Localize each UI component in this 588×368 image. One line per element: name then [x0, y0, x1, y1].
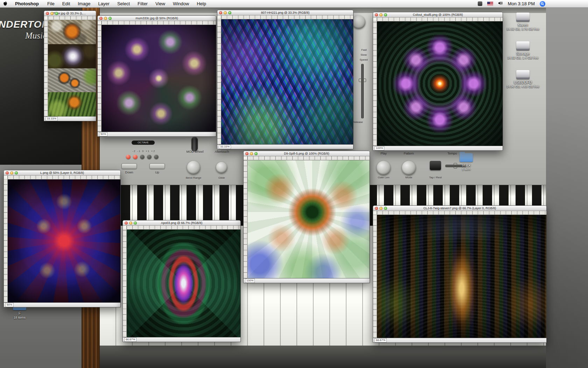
icon-label: Karen: [502, 23, 544, 27]
zoom-button[interactable]: [134, 222, 137, 225]
zoom-field[interactable]: 100%: [245, 279, 255, 283]
photo-butterfly-rocks: [48, 20, 96, 44]
document-window-mum333c[interactable]: mum333c.jpg @ 50% (RGB/8) 50%: [97, 15, 216, 137]
title-bar[interactable]: L.png @ 50% (Layer 0, RGB/8): [4, 170, 120, 176]
document-window-apo03[interactable]: Apo03.png @ 66.7% (RGB/8) 66.67%: [122, 220, 241, 342]
zoom-button[interactable]: [228, 11, 231, 14]
zoom-field[interactable]: 66.67%: [124, 338, 136, 342]
document-window-tiger[interactable]: Tiger.jpg @ 33.3% (Layer 0, RGB/8) 33.33…: [44, 11, 96, 121]
menu-image[interactable]: Image: [74, 0, 94, 8]
wallpaper-octave-button: [140, 155, 145, 159]
zoom-field[interactable]: 50%: [5, 303, 14, 307]
document-window-d9-spill-5[interactable]: D9-Spill-5.png @ 100% (RGB/8) 100%: [243, 151, 370, 283]
zoom-button[interactable]: [108, 17, 112, 20]
zoom-field[interactable]: 66.67%: [374, 338, 387, 342]
hard-drive-icon[interactable]: [516, 41, 530, 50]
close-button[interactable]: [46, 12, 49, 15]
zoom-button[interactable]: [55, 12, 58, 15]
document-window-clj-8-7wig[interactable]: CLJ-8-7wig-steven7.png @ 66.7% (Layer 0,…: [373, 205, 547, 343]
vertical-ruler: [217, 19, 221, 144]
wallpaper-gate-len-knob: [377, 161, 391, 175]
document-canvas[interactable]: [48, 20, 96, 116]
vertical-ruler: [373, 215, 377, 338]
title-bar[interactable]: Apo03.png @ 66.7% (RGB/8): [123, 220, 240, 226]
close-button[interactable]: [375, 13, 378, 16]
document-window-807-hh221[interactable]: 807-HH221.png @ 33.3% (RGB/8) 33.33%: [217, 10, 354, 149]
title-bar[interactable]: CLJ-8-7wig-steven7.png @ 66.7% (Layer 0,…: [373, 206, 546, 211]
document-canvas[interactable]: [221, 19, 353, 144]
menu-view[interactable]: View: [152, 0, 169, 8]
menu-select[interactable]: Select: [113, 0, 134, 8]
minimize-button[interactable]: [50, 12, 54, 15]
menu-extra-icon[interactable]: [478, 1, 482, 6]
document-canvas[interactable]: [377, 21, 503, 146]
horizontal-ruler: [247, 156, 370, 160]
wallpaper-octave-button: [154, 155, 159, 159]
close-button[interactable]: [6, 171, 9, 175]
menu-filter[interactable]: Filter: [134, 0, 152, 8]
menu-layer[interactable]: Layer: [94, 0, 113, 8]
ruler-corner: [44, 16, 48, 20]
spotlight-icon[interactable]: [540, 1, 545, 7]
zoom-field[interactable]: 50%: [99, 132, 107, 136]
zoom-field[interactable]: 100%: [374, 146, 384, 150]
menu-help[interactable]: Help: [193, 0, 210, 8]
app-menu[interactable]: Photoshop: [10, 0, 43, 8]
desktop-icon-karen[interactable]: Karen 14.32 GB, 3.78 GB free: [502, 13, 544, 31]
minimize-button[interactable]: [224, 11, 227, 14]
close-button[interactable]: [99, 17, 103, 20]
document-canvas[interactable]: [102, 25, 216, 132]
minimize-button[interactable]: [379, 13, 383, 16]
ruler-corner: [244, 156, 247, 160]
vertical-ruler: [244, 160, 247, 278]
title-bar[interactable]: Colout_stud5.png @ 100% (RGB/8): [373, 12, 503, 18]
close-button[interactable]: [219, 11, 222, 14]
wallpaper-bend-range-knob: [187, 161, 200, 174]
close-button[interactable]: [375, 207, 378, 210]
icon-label: USB2OFD: [502, 80, 544, 84]
close-button[interactable]: [245, 152, 248, 155]
input-language-flag-icon[interactable]: [487, 2, 493, 6]
apple-menu[interactable]: [0, 1, 10, 7]
minimize-button[interactable]: [379, 207, 383, 210]
wallpaper-speed-label: Speed: [356, 58, 371, 61]
menu-clock[interactable]: Mon 3:18 PM: [508, 1, 535, 6]
minimize-button[interactable]: [129, 222, 132, 225]
desktop-icon-stuck[interactable]: stuck 1 item: [452, 153, 480, 171]
desktop-icon-usb2ofd[interactable]: USB2OFD 14.96 GB, 4.69 GB free: [502, 70, 544, 88]
document-canvas[interactable]: [127, 230, 240, 337]
hard-drive-icon[interactable]: [516, 13, 530, 22]
desktop-icon-storage[interactable]: Storage 14.32 GB, 1.4 GB free: [502, 41, 544, 60]
minimize-button[interactable]: [10, 171, 13, 175]
menu-edit[interactable]: Edit: [58, 0, 74, 8]
menu-file[interactable]: File: [43, 0, 58, 8]
document-window-l-png[interactable]: L.png @ 50% (Layer 0, RGB/8) 50%: [4, 170, 121, 307]
title-bar[interactable]: Tiger.jpg @ 33.3% (Layer 0, RGB/8): [44, 11, 96, 16]
zoom-button[interactable]: [384, 13, 387, 16]
zoom-button[interactable]: [15, 171, 18, 175]
zoom-field[interactable]: 33.33%: [219, 145, 231, 149]
status-bar: 66.67%: [123, 337, 240, 342]
zoom-button[interactable]: [254, 152, 258, 155]
title-bar[interactable]: mum333c.jpg @ 50% (RGB/8): [98, 16, 216, 21]
close-button[interactable]: [125, 222, 128, 225]
zoom-button[interactable]: [384, 207, 387, 210]
title-bar[interactable]: 807-HH221.png @ 33.3% (RGB/8): [217, 10, 353, 15]
window-title: L.png @ 50% (Layer 0, RGB/8): [4, 171, 120, 175]
document-canvas[interactable]: [247, 160, 370, 278]
window-title: 807-HH221.png @ 33.3% (RGB/8): [217, 11, 353, 14]
zoom-field[interactable]: 33.33%: [46, 117, 58, 121]
wallpaper-glide-label: Glide: [216, 176, 227, 179]
hard-drive-icon[interactable]: [516, 70, 530, 79]
minimize-button[interactable]: [250, 152, 253, 155]
menu-window[interactable]: Window: [169, 0, 193, 8]
title-bar[interactable]: D9-Spill-5.png @ 100% (RGB/8): [244, 151, 370, 156]
document-canvas[interactable]: [377, 215, 546, 338]
document-canvas[interactable]: [8, 179, 120, 302]
wallpaper-gate-len-label: Gate Len: [374, 176, 393, 179]
volume-icon[interactable]: [498, 1, 503, 6]
window-title: CLJ-8-7wig-steven7.png @ 66.7% (Layer 0,…: [373, 206, 546, 210]
minimize-button[interactable]: [104, 17, 107, 20]
folder-icon[interactable]: [460, 153, 473, 162]
document-window-colout-stud5[interactable]: Colout_stud5.png @ 100% (RGB/8) 100%: [373, 12, 503, 151]
